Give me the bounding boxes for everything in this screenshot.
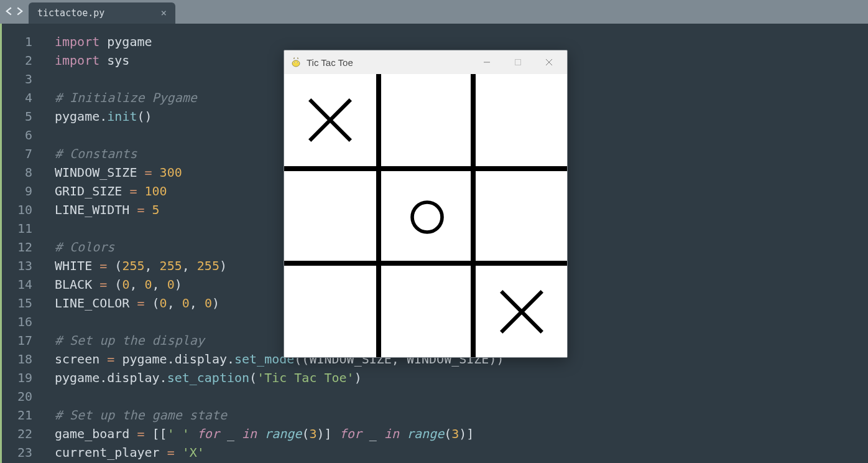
code-line[interactable]: game_board = [[' ' for _ in range(3)] fo…	[55, 424, 868, 443]
tab-filename: tictactoe.py	[37, 7, 104, 19]
maximize-button[interactable]	[502, 50, 533, 74]
x-mark-icon	[305, 95, 356, 146]
svg-rect-6	[515, 60, 521, 65]
tab-nav-arrows	[2, 0, 29, 24]
tab-strip: tictactoe.py ×	[0, 0, 868, 24]
line-number: 11	[2, 219, 32, 238]
code-line[interactable]: current_player = 'X'	[55, 443, 868, 462]
line-number: 23	[2, 443, 32, 462]
line-number: 10	[2, 200, 32, 219]
line-number: 18	[2, 350, 32, 368]
close-icon[interactable]: ×	[160, 8, 167, 18]
line-number: 1	[2, 32, 32, 51]
line-number: 3	[2, 70, 32, 88]
code-line[interactable]: # Set up the game state	[55, 406, 868, 424]
grid-line	[284, 166, 567, 171]
x-mark-icon	[496, 286, 547, 337]
code-line[interactable]: import pygame	[55, 32, 868, 51]
minimize-button[interactable]	[471, 50, 502, 74]
code-line[interactable]: pygame.display.set_caption('Tic Tac Toe'…	[55, 368, 868, 387]
svg-point-7	[412, 202, 442, 232]
svg-point-2	[294, 62, 295, 63]
nav-back-icon[interactable]	[5, 6, 14, 18]
editor-tab[interactable]: tictactoe.py ×	[29, 2, 175, 24]
o-mark-icon	[407, 197, 447, 237]
line-number-gutter: 1234567891011121314151617181920212223	[0, 24, 40, 463]
line-number: 5	[2, 107, 32, 126]
line-number: 15	[2, 294, 32, 312]
tictactoe-board[interactable]	[284, 74, 567, 357]
code-line[interactable]	[55, 387, 868, 406]
line-number: 6	[2, 126, 32, 144]
pygame-app-icon	[290, 57, 302, 68]
window-close-button[interactable]	[533, 50, 565, 74]
line-number: 17	[2, 331, 32, 350]
line-number: 16	[2, 312, 32, 331]
line-number: 13	[2, 256, 32, 275]
nav-forward-icon[interactable]	[15, 6, 24, 18]
line-number: 2	[2, 51, 32, 70]
line-number: 8	[2, 163, 32, 182]
svg-point-0	[292, 60, 300, 67]
line-number: 9	[2, 182, 32, 200]
pygame-window: Tic Tac Toe	[284, 50, 568, 358]
line-number: 14	[2, 275, 32, 294]
line-number: 19	[2, 368, 32, 387]
svg-point-4	[297, 62, 298, 63]
line-number: 21	[2, 406, 32, 424]
grid-line	[376, 74, 381, 357]
cell-2-2[interactable]	[476, 266, 568, 358]
line-number: 12	[2, 238, 32, 256]
line-number: 22	[2, 424, 32, 443]
line-number: 4	[2, 88, 32, 107]
line-number: 20	[2, 387, 32, 406]
cell-1-1[interactable]	[381, 171, 473, 263]
window-title: Tic Tac Toe	[307, 57, 353, 68]
line-number: 7	[2, 144, 32, 163]
cell-0-0[interactable]	[284, 74, 376, 166]
window-titlebar[interactable]: Tic Tac Toe	[284, 50, 567, 74]
